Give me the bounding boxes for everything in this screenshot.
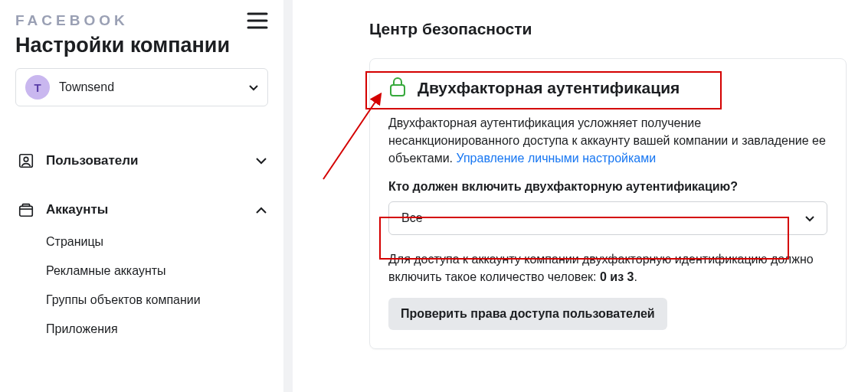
card-description: Двухфакторная аутентификация усложняет п… [388, 114, 827, 168]
brand-logo: FACEBOOK [15, 12, 129, 29]
sidebar-item-users[interactable]: Пользователи [15, 143, 268, 178]
sidebar-subitem-pages[interactable]: Страницы [46, 227, 268, 256]
two-factor-scope-select[interactable]: Все [388, 201, 827, 235]
caret-down-icon [805, 211, 814, 225]
caret-down-icon [249, 80, 258, 94]
two-factor-card: Двухфакторная аутентификация Двухфакторн… [369, 58, 847, 349]
svg-point-4 [24, 157, 28, 162]
svg-rect-5 [20, 206, 33, 216]
svg-rect-3 [20, 155, 33, 168]
main-content: Центр безопасности Двухфакторная аутенти… [293, 0, 868, 392]
users-icon [17, 152, 35, 169]
svg-rect-6 [391, 85, 405, 96]
two-factor-info: Для доступа к аккаунту компании двухфакт… [388, 250, 827, 286]
settings-title: Настройки компании [15, 34, 268, 57]
sidebar-item-label: Аккаунты [46, 202, 108, 217]
menu-icon[interactable] [247, 12, 268, 29]
card-title: Двухфакторная аутентификация [418, 79, 680, 97]
sidebar-item-accounts[interactable]: Аккаунты [15, 192, 268, 227]
chevron-up-icon [256, 202, 267, 217]
sidebar-item-label: Пользователи [46, 153, 139, 168]
divider [283, 0, 293, 392]
sidebar-subitem-apps[interactable]: Приложения [46, 315, 268, 344]
accounts-subitems: Страницы Рекламные аккаунты Группы объек… [15, 227, 268, 344]
accounts-icon [17, 201, 35, 218]
sidebar: FACEBOOK Настройки компании T Townsend П… [0, 0, 283, 392]
avatar: T [25, 75, 50, 100]
two-factor-question: Кто должен включить двухфакторную аутент… [388, 180, 827, 194]
page-title: Центр безопасности [293, 15, 868, 58]
select-value: Все [401, 211, 423, 225]
company-name: Townsend [59, 80, 240, 94]
check-access-button[interactable]: Проверить права доступа пользователей [388, 298, 667, 330]
sidebar-subitem-ad-accounts[interactable]: Рекламные аккаунты [46, 256, 268, 286]
chevron-down-icon [256, 153, 267, 168]
sidebar-subitem-asset-groups[interactable]: Группы объектов компании [46, 286, 268, 315]
company-selector[interactable]: T Townsend [15, 68, 268, 106]
manage-settings-link[interactable]: Управление личными настройками [456, 152, 656, 165]
info-suffix: . [634, 270, 637, 283]
info-count: 0 из 3 [600, 270, 634, 283]
lock-icon [388, 76, 407, 100]
